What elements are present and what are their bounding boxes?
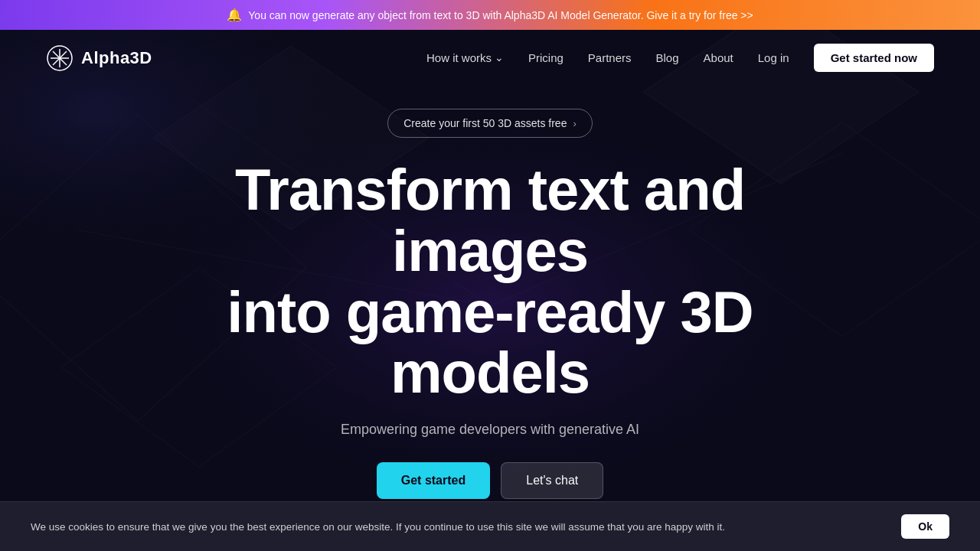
hero-title-line1: Transform text and images [235, 157, 745, 283]
hero-title-line2: into game-ready 3D models [227, 279, 753, 406]
hero-buttons: Get started Let's chat [377, 462, 603, 499]
badge-arrow-icon: › [573, 118, 576, 129]
cookie-ok-button[interactable]: Ok [901, 514, 949, 539]
logo[interactable]: Alpha3D [46, 44, 152, 72]
nav-links: How it works Pricing Partners Blog About… [426, 44, 934, 72]
nav-item-how-it-works[interactable]: How it works [426, 51, 504, 64]
nav-item-pricing[interactable]: Pricing [528, 51, 564, 64]
cookie-banner: We use cookies to ensure that we give yo… [0, 501, 980, 551]
hero-section: Create your first 50 3D assets free › Tr… [0, 86, 980, 542]
nav-item-login[interactable]: Log in [758, 51, 789, 64]
badge-text: Create your first 50 3D assets free [403, 117, 567, 129]
nav-item-partners[interactable]: Partners [588, 51, 632, 64]
nav-item-about[interactable]: About [704, 51, 733, 64]
nav-label-blog: Blog [656, 51, 679, 64]
cookie-text: We use cookies to ensure that we give yo… [31, 521, 883, 533]
nav-label-about: About [704, 51, 733, 64]
chevron-down-icon [495, 51, 504, 64]
announcement-banner[interactable]: 🔔 You can now generate any object from t… [0, 0, 980, 30]
nav-label-pricing: Pricing [528, 51, 564, 64]
lets-chat-button[interactable]: Let's chat [501, 462, 603, 499]
nav-label-how-it-works: How it works [426, 51, 492, 64]
hero-title: Transform text and images into game-read… [145, 159, 835, 403]
navbar: Alpha3D How it works Pricing Partners Bl… [0, 30, 980, 86]
logo-text: Alpha3D [81, 48, 152, 68]
nav-label-partners: Partners [588, 51, 632, 64]
free-assets-badge[interactable]: Create your first 50 3D assets free › [387, 109, 593, 138]
get-started-button[interactable]: Get started [377, 462, 490, 499]
logo-icon [46, 44, 74, 72]
announcement-text: You can now generate any object from tex… [248, 9, 753, 21]
nav-get-started-button[interactable]: Get started now [814, 44, 934, 72]
hero-subtitle: Empowering game developers with generati… [341, 422, 639, 438]
nav-item-blog[interactable]: Blog [656, 51, 679, 64]
nav-label-login: Log in [758, 51, 789, 64]
bell-icon: 🔔 [227, 8, 242, 22]
